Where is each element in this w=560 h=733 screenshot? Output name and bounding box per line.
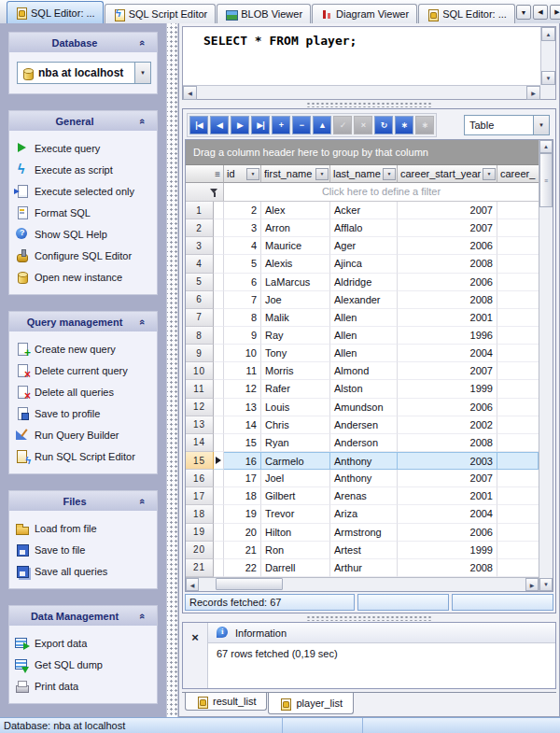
grid-cell[interactable]: 2007 xyxy=(398,470,497,487)
table-row[interactable]: 23ArronAfflalo2007 xyxy=(186,219,539,237)
table-row[interactable]: 67JoeAlexander2008 xyxy=(186,291,539,309)
grid-cell[interactable]: 2004 xyxy=(398,345,497,362)
grid-cell[interactable]: 15 xyxy=(224,434,261,452)
grid-cell[interactable]: Malik xyxy=(261,309,330,327)
sidebar-item-open-new-instance[interactable]: Open new instance xyxy=(15,266,153,288)
grid-cell[interactable]: 2004 xyxy=(398,505,497,523)
scroll-track[interactable] xyxy=(197,86,526,99)
grid-cell[interactable]: Anthony xyxy=(330,452,398,470)
grid-cell[interactable]: 2008 xyxy=(398,291,497,309)
sidebar-item-export-data[interactable]: Export data xyxy=(15,632,153,654)
grid-cell[interactable]: Trevor xyxy=(261,505,330,523)
scroll-thumb[interactable] xyxy=(216,578,283,590)
scroll-track[interactable] xyxy=(539,207,553,578)
group-by-band[interactable]: Drag a column header here to group by th… xyxy=(186,140,539,165)
grid-cell[interactable]: Chris xyxy=(261,416,330,434)
tab-sql-editor-2[interactable]: SQL Editor: ... xyxy=(418,4,515,23)
column-header-first-name[interactable]: first_name xyxy=(261,165,330,183)
prior-record-button[interactable]: ◀ xyxy=(210,116,229,134)
row-number-cell[interactable]: 11 xyxy=(186,380,214,398)
grid-cell[interactable]: Arron xyxy=(261,219,330,237)
sidebar-item-execute-query[interactable]: Execute query xyxy=(15,137,153,159)
scroll-thumb[interactable]: ≡ xyxy=(539,153,553,207)
column-header-career-start-year[interactable]: career_start_year xyxy=(398,165,497,183)
grid-cell[interactable]: 22 xyxy=(224,559,261,577)
grid-cell[interactable]: 2007 xyxy=(398,362,497,380)
table-row[interactable]: 12AlexAcker2007 xyxy=(186,202,539,219)
grid-cell[interactable]: 21 xyxy=(224,542,261,559)
tab-list-dropdown-button[interactable]: ▼ xyxy=(516,5,531,20)
grid-cell[interactable]: 2008 xyxy=(398,255,497,273)
grid-cell[interactable]: Alexander xyxy=(330,291,398,309)
grid-cell[interactable] xyxy=(497,524,539,542)
grid-cell[interactable] xyxy=(497,274,539,291)
table-row[interactable]: 1213LouisAmundson2006 xyxy=(186,399,539,416)
grid-cell[interactable] xyxy=(497,542,539,559)
scroll-tabs-right-button[interactable]: ▶ xyxy=(550,5,560,20)
grid-cell[interactable]: 7 xyxy=(224,291,261,309)
grid-cell[interactable]: 2 xyxy=(224,202,261,219)
combo-dropdown-icon[interactable] xyxy=(134,63,150,83)
grid-cell[interactable] xyxy=(497,487,539,505)
table-row[interactable]: 1415RyanAnderson2008 xyxy=(186,434,539,452)
sidebar-item-save-all-queries[interactable]: Save all queries xyxy=(15,560,153,582)
grid-cell[interactable] xyxy=(497,505,539,523)
grid-cell[interactable]: 4 xyxy=(224,237,261,255)
sidebar-item-format-sql[interactable]: Format SQL xyxy=(15,202,153,223)
grid-cell[interactable]: 9 xyxy=(224,327,261,345)
table-row[interactable]: 89RayAllen1996 xyxy=(186,327,539,345)
sidebar-item-configure-sql-editor[interactable]: Configure SQL Editor xyxy=(15,245,153,266)
section-header-query-management[interactable]: Query management xyxy=(9,312,157,331)
grid-cell[interactable]: 2008 xyxy=(398,434,497,452)
row-number-cell[interactable]: 3 xyxy=(186,237,214,255)
grid-cell[interactable]: Ager xyxy=(330,237,398,255)
table-row[interactable]: 2021RonArtest1999 xyxy=(186,542,539,559)
table-row[interactable]: 1920HiltonArmstrong2006 xyxy=(186,524,539,542)
row-number-cell[interactable]: 1 xyxy=(186,202,214,219)
scroll-right-icon[interactable]: ▶ xyxy=(525,578,539,591)
grid-cell[interactable]: 2007 xyxy=(398,219,497,237)
scroll-left-icon[interactable]: ◀ xyxy=(183,86,197,100)
scroll-up-icon[interactable]: ▲ xyxy=(539,140,553,153)
grid-cell[interactable]: Alston xyxy=(330,380,398,398)
collapse-chevron-icon[interactable] xyxy=(140,317,151,328)
grid-cell[interactable] xyxy=(497,327,539,345)
scroll-tabs-left-button[interactable]: ◀ xyxy=(533,5,548,20)
scroll-left-icon[interactable]: ◀ xyxy=(186,578,199,591)
edit-record-button[interactable]: ▲ xyxy=(313,116,331,134)
grid-cell[interactable]: 11 xyxy=(224,362,261,380)
row-number-cell[interactable]: 7 xyxy=(186,309,214,327)
grid-cell[interactable]: Afflalo xyxy=(330,219,398,237)
collapse-chevron-icon[interactable] xyxy=(140,116,151,127)
row-number-cell[interactable]: 21 xyxy=(186,559,214,577)
grid-cell[interactable]: Almond xyxy=(330,362,398,380)
table-row[interactable]: 1314ChrisAndersen2002 xyxy=(186,416,539,434)
grid-cell[interactable]: 2003 xyxy=(398,452,497,470)
grid-cell[interactable]: 12 xyxy=(224,380,261,398)
grid-cell[interactable]: 2006 xyxy=(398,237,497,255)
row-number-cell[interactable]: 12 xyxy=(186,399,214,416)
row-number-cell[interactable]: 19 xyxy=(186,524,214,542)
grid-cell[interactable]: 2006 xyxy=(398,399,497,416)
grid-cell[interactable]: 1999 xyxy=(398,542,497,559)
grid-cell[interactable]: Alexis xyxy=(261,255,330,273)
tab-blob-viewer[interactable]: BLOB Viewer xyxy=(217,4,311,23)
grid-cell[interactable]: 20 xyxy=(224,524,261,542)
grid-cell[interactable]: 19 xyxy=(224,505,261,523)
grid-cell[interactable]: Amundson xyxy=(330,399,398,416)
table-row[interactable]: 1011MorrisAlmond2007 xyxy=(186,362,539,380)
grid-cell[interactable]: 16 xyxy=(224,452,261,470)
first-record-button[interactable]: |◀ xyxy=(189,116,208,134)
sidebar-item-execute-as-script[interactable]: Execute as script xyxy=(15,159,153,180)
row-number-cell[interactable]: 8 xyxy=(186,327,214,345)
grid-cell[interactable]: Morris xyxy=(261,362,330,380)
row-number-cell[interactable]: 13 xyxy=(186,416,214,434)
table-row[interactable]: 910TonyAllen2004 xyxy=(186,345,539,362)
grid-cell[interactable]: 13 xyxy=(224,399,261,416)
close-icon[interactable] xyxy=(188,629,203,644)
row-number-cell[interactable]: 14 xyxy=(186,434,214,452)
delete-record-button[interactable]: − xyxy=(292,116,311,134)
grid-cell[interactable] xyxy=(497,309,539,327)
grid-cell[interactable]: 2006 xyxy=(398,524,497,542)
scroll-up-icon[interactable]: ▲ xyxy=(541,27,555,41)
